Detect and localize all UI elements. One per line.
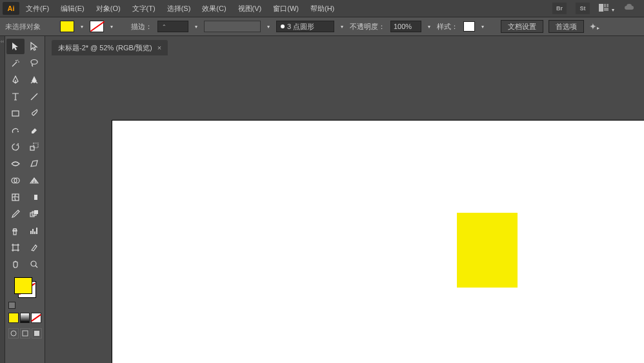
svg-rect-1 — [604, 4, 606, 7]
draw-mode-behind[interactable] — [20, 328, 30, 338]
svg-rect-5 — [12, 111, 19, 116]
swap-fill-stroke-icon[interactable] — [8, 302, 15, 309]
stroke-weight-input[interactable]: ⌃ — [157, 21, 188, 32]
menu-effect[interactable]: 效果(C) — [197, 1, 231, 16]
stroke-swatch[interactable] — [90, 21, 104, 32]
eyedropper-tool[interactable] — [6, 206, 25, 222]
column-graph-tool[interactable] — [26, 223, 44, 239]
svg-point-6 — [17, 131, 19, 132]
brush-dropdown-icon[interactable]: ▾ — [266, 24, 271, 30]
prefs-button[interactable]: 首选项 — [548, 20, 584, 33]
doc-setup-button[interactable]: 文档设置 — [501, 20, 543, 33]
prefs-flyout-icon[interactable]: ✦▸ — [589, 21, 599, 32]
document-tab-title: 未标题-2* @ 52% (RGB/预览) — [58, 43, 152, 53]
blend-tool[interactable] — [26, 206, 44, 222]
dash-dropdown-icon[interactable]: ▾ — [339, 24, 345, 30]
color-mode-none[interactable] — [31, 313, 41, 323]
svg-rect-3 — [604, 8, 609, 11]
dash-profile[interactable]: 3 点圆形 — [276, 21, 334, 32]
document-tab[interactable]: 未标题-2* @ 52% (RGB/预览) × — [52, 40, 168, 55]
opacity-dropdown-icon[interactable]: ▾ — [427, 24, 432, 30]
pen-tool[interactable] — [6, 72, 25, 88]
perspective-grid-tool[interactable] — [26, 173, 44, 188]
shaper-tool[interactable] — [6, 123, 25, 138]
menu-type[interactable]: 文字(T) — [127, 1, 161, 16]
svg-rect-21 — [23, 331, 28, 336]
fill-stroke-selector[interactable] — [14, 277, 36, 298]
type-tool[interactable] — [6, 89, 25, 104]
dash-profile-label: 3 点圆形 — [287, 22, 314, 32]
stroke-label: 描边： — [131, 22, 152, 32]
rectangle-tool[interactable] — [6, 106, 25, 121]
artboard-tool[interactable] — [6, 240, 25, 255]
mesh-tool[interactable] — [6, 190, 25, 205]
menubar: Ai 文件(F) 编辑(E) 对象(O) 文字(T) 选择(S) 效果(C) 视… — [0, 0, 644, 17]
zoom-tool[interactable] — [26, 257, 44, 272]
svg-point-20 — [11, 331, 16, 336]
app-badge: Ai — [3, 2, 19, 15]
curvature-tool[interactable] — [26, 72, 44, 88]
gradient-tool[interactable] — [26, 190, 44, 205]
style-dropdown-icon[interactable]: ▾ — [480, 24, 485, 30]
style-swatch[interactable] — [463, 21, 475, 32]
svg-rect-13 — [31, 195, 34, 200]
cloud-icon[interactable] — [623, 3, 635, 14]
menu-file[interactable]: 文件(F) — [21, 1, 54, 16]
arrange-icon[interactable]: ▾ — [599, 3, 614, 14]
menu-select[interactable]: 选择(S) — [162, 1, 196, 16]
lasso-tool[interactable] — [26, 55, 44, 71]
color-mode-gradient[interactable] — [20, 313, 30, 323]
color-mode-solid[interactable] — [8, 313, 19, 323]
symbol-sprayer-tool[interactable] — [6, 223, 25, 239]
shape-builder-tool[interactable] — [6, 173, 25, 188]
menu-window[interactable]: 窗口(W) — [268, 1, 304, 16]
stroke-weight-dropdown-icon[interactable]: ▾ — [194, 24, 199, 30]
menu-object[interactable]: 对象(O) — [91, 1, 126, 16]
svg-rect-0 — [599, 4, 603, 12]
rotate-tool[interactable] — [6, 139, 25, 155]
paintbrush-tool[interactable] — [26, 106, 44, 121]
menu-edit[interactable]: 编辑(E) — [55, 1, 90, 16]
bridge-icon[interactable]: Br — [552, 3, 567, 14]
eraser-tool[interactable] — [26, 123, 44, 138]
brush-def-box[interactable] — [204, 21, 261, 32]
svg-rect-18 — [13, 245, 18, 250]
width-tool[interactable] — [6, 156, 25, 172]
toolbox — [5, 36, 45, 363]
close-tab-icon[interactable]: × — [157, 44, 161, 52]
slice-tool[interactable] — [26, 240, 44, 255]
svg-point-19 — [31, 261, 36, 266]
magic-wand-tool[interactable] — [6, 55, 25, 71]
draw-mode-inside[interactable] — [32, 328, 42, 338]
scale-tool[interactable] — [26, 139, 44, 155]
fill-dropdown-icon[interactable]: ▾ — [79, 24, 85, 30]
stroke-dropdown-icon[interactable]: ▾ — [109, 24, 114, 30]
svg-rect-17 — [14, 231, 16, 235]
menu-help[interactable]: 帮助(H) — [305, 1, 339, 16]
stock-icon[interactable]: St — [576, 3, 590, 14]
opacity-label: 不透明度： — [350, 22, 385, 32]
style-label: 样式： — [437, 22, 458, 32]
canvas-area[interactable]: 未标题-2* @ 52% (RGB/预览) × — [45, 36, 644, 363]
control-bar: 未选择对象 ▾ ▾ 描边： ⌃ ▾ ▾ 3 点圆形 ▾ 不透明度： 100% ▾… — [0, 17, 644, 36]
selection-tool[interactable] — [6, 39, 25, 54]
hand-tool[interactable] — [6, 257, 25, 272]
free-transform-tool[interactable] — [26, 156, 44, 172]
svg-rect-22 — [34, 331, 39, 336]
menu-view[interactable]: 视图(V) — [233, 1, 267, 16]
chevron-left-icon: ‹‹ — [1, 39, 4, 44]
direct-selection-tool[interactable] — [26, 39, 44, 54]
svg-point-4 — [31, 60, 37, 64]
line-tool[interactable] — [26, 89, 44, 104]
opacity-input[interactable]: 100% — [390, 21, 421, 32]
fill-color-icon[interactable] — [14, 277, 32, 294]
selection-status: 未选择对象 — [5, 22, 41, 32]
svg-rect-16 — [34, 210, 38, 214]
panel-collapse-strip[interactable]: ‹‹ — [0, 36, 5, 363]
fill-swatch[interactable] — [60, 21, 74, 32]
document-tabbar: 未标题-2* @ 52% (RGB/预览) × — [45, 36, 644, 55]
artboard[interactable] — [112, 120, 644, 363]
yellow-rectangle-shape[interactable] — [457, 213, 518, 288]
svg-rect-2 — [607, 4, 609, 7]
draw-mode-normal[interactable] — [8, 328, 19, 338]
